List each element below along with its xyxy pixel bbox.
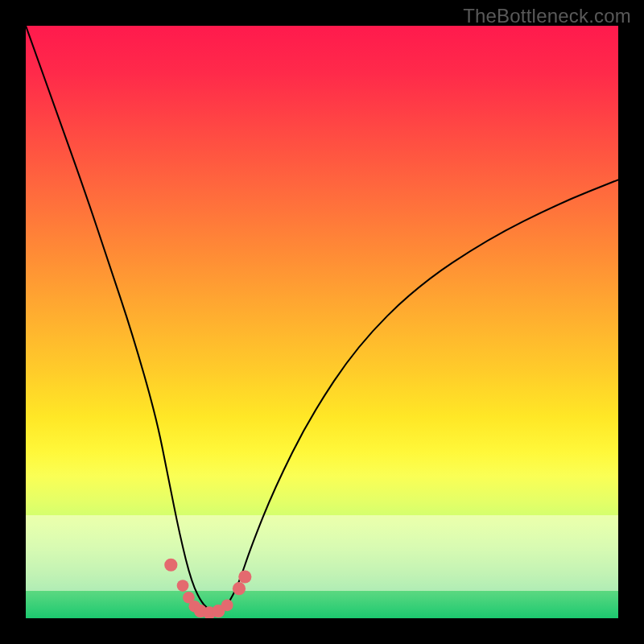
curve-layer bbox=[26, 26, 618, 618]
curve-markers bbox=[164, 559, 251, 618]
curve-marker bbox=[164, 559, 177, 572]
curve-marker bbox=[194, 605, 207, 617]
curve-marker bbox=[221, 599, 233, 611]
chart-frame: TheBottleneck.com bbox=[0, 0, 644, 644]
bottleneck-curve bbox=[26, 26, 618, 611]
plot-area bbox=[26, 26, 618, 618]
watermark-text: TheBottleneck.com bbox=[463, 5, 631, 27]
curve-marker bbox=[203, 606, 216, 618]
curve-marker bbox=[238, 570, 251, 583]
curve-marker bbox=[233, 582, 246, 595]
highlight-band bbox=[26, 515, 618, 591]
curve-marker bbox=[212, 605, 225, 617]
curve-marker bbox=[183, 592, 195, 604]
curve-marker bbox=[188, 601, 200, 613]
curve-marker bbox=[177, 580, 189, 592]
